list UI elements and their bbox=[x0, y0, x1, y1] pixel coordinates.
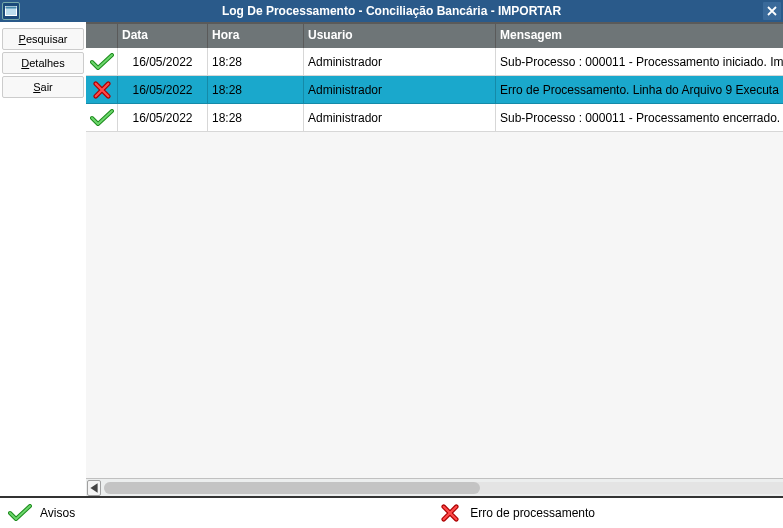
check-icon bbox=[90, 53, 114, 71]
cell-mensagem: Sub-Processo : 000011 - Processamento in… bbox=[496, 48, 783, 76]
grid-header: Data Hora Usuario Mensagem bbox=[86, 24, 783, 48]
legend-avisos: Avisos bbox=[40, 506, 75, 520]
col-data[interactable]: Data bbox=[118, 24, 208, 48]
scroll-track[interactable] bbox=[104, 482, 783, 494]
check-icon bbox=[8, 504, 32, 522]
cell-hora: 18:28 bbox=[208, 76, 304, 104]
col-status bbox=[86, 24, 118, 48]
cell-status bbox=[86, 48, 118, 76]
table-row[interactable]: 16/05/202218:28AdministradorErro de Proc… bbox=[86, 76, 783, 104]
footer-legend: Avisos Erro de processamento bbox=[0, 496, 783, 528]
x-icon bbox=[90, 81, 114, 99]
chevron-left-icon bbox=[88, 413, 100, 529]
sidebar: Pesquisar Detalhes Sair bbox=[0, 22, 86, 496]
pesquisar-button[interactable]: Pesquisar bbox=[2, 28, 84, 50]
cell-mensagem: Erro de Processamento. Linha do Arquivo … bbox=[496, 76, 783, 104]
close-button[interactable] bbox=[763, 2, 781, 20]
legend-erro: Erro de processamento bbox=[470, 506, 595, 520]
check-icon bbox=[90, 109, 114, 127]
table-row[interactable]: 16/05/202218:28AdministradorSub-Processo… bbox=[86, 48, 783, 76]
log-grid: Data Hora Usuario Mensagem 16/05/202218:… bbox=[86, 24, 783, 478]
scroll-thumb[interactable] bbox=[104, 482, 480, 494]
x-icon bbox=[438, 504, 462, 522]
cell-usuario: Administrador bbox=[304, 48, 496, 76]
col-usuario[interactable]: Usuario bbox=[304, 24, 496, 48]
window-icon bbox=[2, 2, 20, 20]
cell-usuario: Administrador bbox=[304, 104, 496, 132]
cell-status bbox=[86, 76, 118, 104]
cell-usuario: Administrador bbox=[304, 76, 496, 104]
horizontal-scrollbar[interactable] bbox=[86, 478, 783, 496]
col-hora[interactable]: Hora bbox=[208, 24, 304, 48]
cell-data: 16/05/2022 bbox=[118, 48, 208, 76]
cell-hora: 18:28 bbox=[208, 104, 304, 132]
cell-status bbox=[86, 104, 118, 132]
detalhes-button[interactable]: Detalhes bbox=[2, 52, 84, 74]
cell-data: 16/05/2022 bbox=[118, 76, 208, 104]
cell-data: 16/05/2022 bbox=[118, 104, 208, 132]
cell-mensagem: Sub-Processo : 000011 - Processamento en… bbox=[496, 104, 783, 132]
title-bar: Log De Processamento - Conciliação Bancá… bbox=[0, 0, 783, 22]
window-title: Log De Processamento - Conciliação Bancá… bbox=[222, 4, 561, 18]
sair-button[interactable]: Sair bbox=[2, 76, 84, 98]
cell-hora: 18:28 bbox=[208, 48, 304, 76]
table-row[interactable]: 16/05/202218:28AdministradorSub-Processo… bbox=[86, 104, 783, 132]
close-icon bbox=[767, 6, 777, 16]
scroll-left-button[interactable] bbox=[87, 480, 101, 496]
col-mensagem[interactable]: Mensagem bbox=[496, 24, 783, 48]
